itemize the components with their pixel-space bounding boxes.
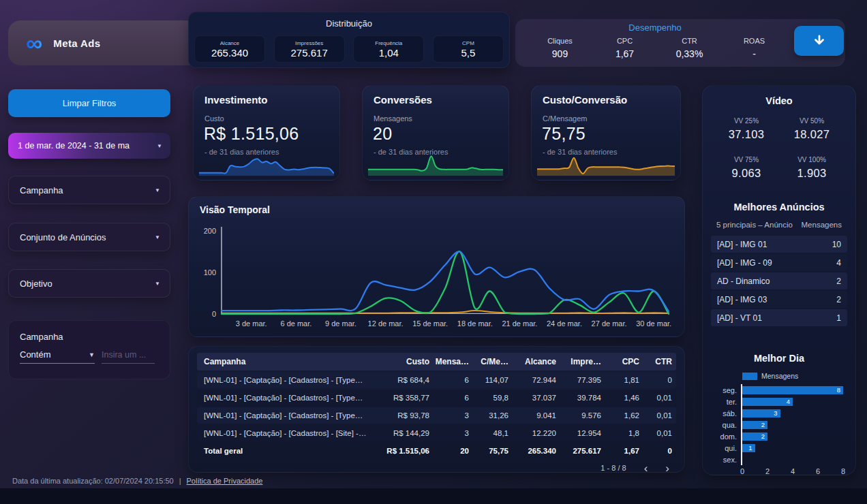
table-cell: [WNL-01] - [Captação] - [Cadastros] - [S…	[197, 429, 375, 437]
best-ads-col2[interactable]: Mensagens	[802, 221, 842, 229]
table-cell: [WNL-01] - [Captação] - [Cadastros] - [T…	[197, 394, 375, 402]
chevron-down-icon: ▼	[155, 281, 160, 287]
video-metric-vv100: VV 100% 1.903	[779, 156, 845, 180]
bottom-strip	[0, 488, 867, 504]
ad-messages-count: 1	[836, 313, 841, 323]
bar-row: dom.2	[710, 430, 843, 442]
table-cell: 114,07	[473, 376, 513, 384]
ad-name: [AD] - VT 01	[717, 313, 762, 323]
best-day-bar-chart: seg.8ter.4sáb.3qua.2dom.2qui.1sex.	[710, 384, 843, 465]
bar-category-label: dom.	[710, 432, 737, 441]
metric-label: Impressões	[295, 40, 323, 46]
metric-roas: ROAS -	[722, 37, 787, 59]
dropdown-label: Campanha	[20, 185, 155, 195]
pagination-label: 1 - 8 / 8	[600, 464, 626, 472]
best-ads-col1[interactable]: 5 principais – Anúncio	[716, 221, 793, 229]
table-cell: 12.220	[513, 429, 560, 437]
metric-value: 5,5	[461, 47, 476, 59]
chevron-down-icon: ▼	[155, 187, 160, 193]
metric-value: 37.103	[714, 128, 779, 141]
metric-ctr: CTR 0,33%	[657, 37, 722, 59]
ad-list-item: [AD] - IMG 032	[711, 291, 847, 308]
advanced-campaign-filter: Campanha Contém ▼	[8, 320, 170, 379]
bar-row: sáb.3	[710, 407, 843, 419]
ad-messages-count: 10	[832, 240, 841, 249]
metric-label: Cliques	[528, 37, 592, 45]
privacy-policy-link[interactable]: Política de Privacidade	[187, 477, 263, 485]
pagination-next-icon[interactable]: ›	[665, 462, 669, 474]
download-button[interactable]	[794, 26, 844, 56]
x-tick-label: 8	[841, 467, 845, 475]
metric-label: VV 75%	[714, 156, 779, 163]
table-cell: 3	[434, 429, 473, 437]
svg-text:3 de mar.: 3 de mar.	[236, 319, 267, 328]
column-header[interactable]: Alcance	[513, 357, 560, 366]
metric-value: 9.063	[714, 167, 779, 180]
metric-value: 0,33%	[657, 48, 722, 59]
bar: 3	[742, 409, 780, 418]
video-metric-vv50: VV 50% 18.027	[779, 117, 845, 141]
ad-name: AD - Dinamico	[717, 277, 770, 286]
table-cell: 72.944	[513, 376, 560, 384]
metric-value: 18.027	[779, 128, 845, 141]
bar-row: qua.2	[710, 419, 843, 430]
table-cell: R$ 144,29	[375, 429, 434, 437]
svg-text:21 de mar.: 21 de mar.	[502, 319, 537, 328]
metric-value: 1,04	[379, 47, 399, 59]
column-header[interactable]: C/Me…	[473, 357, 513, 366]
chevron-down-icon: ▼	[89, 351, 95, 358]
column-header[interactable]: CPC	[605, 357, 643, 366]
bar-track: 2	[741, 419, 843, 430]
column-header[interactable]: CTR	[643, 357, 676, 366]
x-tick-label: 6	[816, 467, 820, 475]
time-series-chart: 01002003 de mar.6 de mar.9 de mar.12 de …	[196, 219, 679, 331]
table-cell: 48,1	[473, 429, 513, 437]
column-header[interactable]: Mensa…	[434, 357, 473, 366]
bar-category-label: sáb.	[710, 409, 737, 418]
scorecard-value: 20	[373, 124, 392, 144]
performance-title: Desempenho	[515, 22, 795, 33]
distribution-title: Distribuição	[189, 18, 509, 29]
table-cell: [WNL-01] - [Captação] - [Cadastros] - [T…	[197, 411, 375, 420]
pagination-prev-icon[interactable]: ‹	[644, 462, 648, 474]
metric-label: Frequência	[375, 40, 402, 46]
footer: Data da última atualização: 02/07/2024 2…	[12, 477, 262, 485]
table-cell: 0,01	[643, 429, 676, 437]
table-cell: 39.784	[560, 394, 605, 402]
column-header[interactable]: Custo	[375, 357, 434, 366]
table-cell: [WNL-01] - [Captação] - [Cadastros] - [T…	[197, 376, 375, 384]
clear-filters-button[interactable]: Limpar Filtros	[8, 89, 170, 117]
bar-track: 2	[741, 430, 843, 442]
bar-value-label: 8	[837, 386, 840, 394]
date-range-value: 1 de mar. de 2024 - 31 de ma	[18, 141, 157, 151]
metric-box-impressoes: Impressões 275.617	[274, 35, 345, 63]
operator-value: Contém	[20, 349, 89, 360]
sparkline-chart	[368, 151, 503, 176]
table-row: [WNL-01] - [Captação] - [Cadastros] - [T…	[197, 390, 676, 406]
table-cell: 1,81	[605, 376, 643, 384]
video-metrics-grid: VV 25% 37.103 VV 50% 18.027 VV 75% 9.063…	[714, 117, 845, 180]
metric-box-alcance: Alcance 265.340	[194, 35, 265, 63]
table-pagination: 1 - 8 / 8 ‹ ›	[197, 459, 676, 477]
column-header[interactable]: Campanha	[197, 357, 375, 366]
operator-select[interactable]: Contém ▼	[20, 349, 95, 364]
metric-value: 275.617	[291, 47, 328, 59]
table-cell: 59,8	[473, 394, 513, 402]
footer-divider: |	[179, 477, 181, 485]
column-header[interactable]: Impre…	[560, 357, 605, 366]
metric-label: VV 25%	[714, 117, 779, 125]
adset-filter-dropdown[interactable]: Conjunto de Anúncios ▼	[8, 223, 170, 251]
table-cell: 0,01	[643, 394, 676, 402]
bar: 2	[742, 432, 767, 441]
scorecard-title: Conversões	[374, 94, 432, 106]
objective-filter-dropdown[interactable]: Objetivo ▼	[8, 269, 170, 298]
table-total-cell: 1,67	[605, 447, 643, 455]
filter-text-input[interactable]	[102, 350, 155, 364]
metric-label: CTR	[657, 37, 722, 45]
date-range-picker[interactable]: 1 de mar. de 2024 - 31 de ma ▼	[8, 133, 170, 159]
legend-swatch	[742, 373, 757, 380]
ad-messages-count: 2	[836, 295, 841, 304]
campaign-filter-dropdown[interactable]: Campanha ▼	[8, 176, 170, 204]
bar-track: 3	[741, 407, 843, 419]
table-cell: 3	[434, 411, 473, 420]
